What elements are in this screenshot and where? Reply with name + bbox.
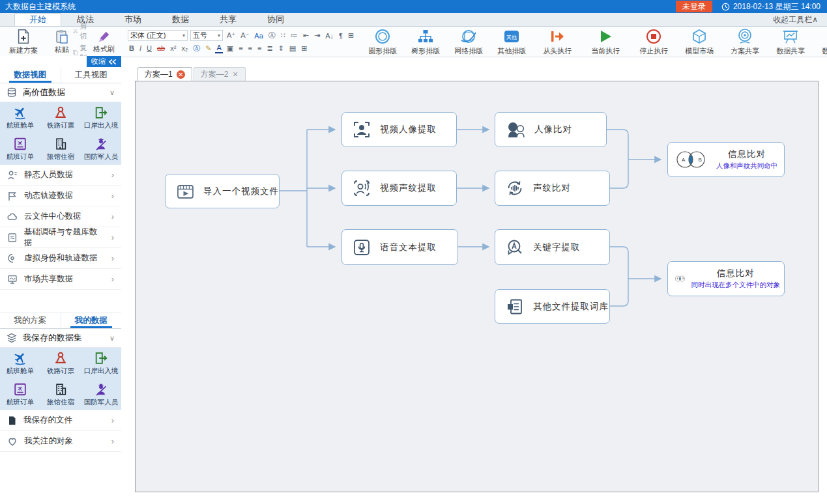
highlight-button[interactable]: ✎: [204, 43, 212, 53]
subscript-button[interactable]: x₂: [180, 43, 189, 53]
dataset-border-entry-exit[interactable]: 口岸出入境: [81, 102, 121, 133]
my-followed-objects[interactable]: 我关注的对象 ›: [0, 431, 121, 452]
char-shading-button[interactable]: ▣: [225, 43, 235, 53]
outdent-button[interactable]: ⇤: [302, 31, 310, 41]
dataset-military-personnel[interactable]: 国防军人员: [81, 379, 121, 410]
node-info-compare-1[interactable]: A B 信息比对 人像和声纹共同命中: [667, 142, 785, 177]
node-voiceprint-compare[interactable]: 声纹比对: [495, 171, 610, 206]
indent-button[interactable]: ⇥: [313, 31, 321, 41]
tab-start[interactable]: 开始: [14, 13, 61, 26]
grow-font-button[interactable]: A⁺: [225, 31, 237, 41]
cube-outline-icon: [691, 28, 708, 45]
justify-button[interactable]: ≣: [265, 43, 274, 53]
close-tab-icon[interactable]: ✕: [232, 70, 238, 79]
font-color-button[interactable]: A: [215, 43, 222, 53]
dataset-flight-order[interactable]: 航班订单: [0, 133, 40, 165]
doc-tab-plan-2[interactable]: 方案—2 ✕: [194, 67, 246, 81]
tab-tool-view[interactable]: 工具视图: [61, 68, 122, 83]
align-right-button[interactable]: ≡: [256, 43, 263, 53]
clear-format-button[interactable]: Ⓐ: [267, 31, 277, 41]
cut-button[interactable]: 剪切: [73, 21, 89, 41]
category-research-library[interactable]: 基础调研与专题库数据 ›: [0, 227, 121, 248]
node-video-voiceprint-extract[interactable]: 视频声纹提取: [341, 171, 457, 206]
font-size-select[interactable]: 五号 ▾: [190, 30, 223, 41]
collapse-toolbar-button[interactable]: 收起工具栏∧: [773, 13, 818, 26]
sort-button[interactable]: A↓: [324, 31, 335, 41]
dataset-flight-order[interactable]: 航班订单: [0, 379, 40, 410]
category-market-shared-data[interactable]: 市场共享数据 ›: [0, 269, 121, 290]
new-plan-button[interactable]: 新建方案: [5, 28, 42, 56]
run-current-button[interactable]: 当前执行: [587, 27, 624, 57]
category-dynamic-trajectory[interactable]: 动态轨迹数据 ›: [0, 186, 121, 206]
node-info-compare-2[interactable]: A B 信息比对 同时出现在多个文件中的对象: [667, 261, 785, 296]
dataset-flight-manifest[interactable]: 航班舱单: [0, 102, 40, 133]
number-list-button[interactable]: ≔: [289, 31, 299, 41]
dataset-hotel-stay[interactable]: 旅馆住宿: [40, 133, 81, 165]
section-high-value-data[interactable]: 高价值数据 ∨: [0, 83, 121, 102]
tab-collaborate[interactable]: 协同: [252, 13, 299, 26]
dataset-military-personnel[interactable]: 国防军人员: [81, 133, 121, 165]
node-other-files-lexicon[interactable]: 其他文件提取词库: [495, 289, 610, 324]
underline-button[interactable]: U: [145, 43, 153, 53]
pilcrow-button[interactable]: ¶: [338, 31, 344, 41]
border-pass-icon: [94, 105, 108, 120]
paste-button[interactable]: 粘贴: [51, 29, 73, 55]
tab-share[interactable]: 共享: [205, 13, 252, 26]
shrink-font-button[interactable]: A⁻: [239, 31, 250, 41]
plan-share-button[interactable]: 方案共享: [727, 27, 763, 57]
format-painter-button[interactable]: 格式刷: [89, 29, 119, 55]
category-virtual-identity[interactable]: 虚拟身份和轨迹数据 ›: [0, 248, 121, 269]
dataset-railway-ticket[interactable]: 铁路订票: [40, 102, 81, 133]
tab-data-view[interactable]: 数据视图: [0, 68, 61, 83]
data-share-button[interactable]: 数据共享: [772, 27, 809, 57]
dataset-flight-manifest[interactable]: 航班舱单: [0, 348, 40, 379]
dataset-railway-ticket[interactable]: 铁路订票: [40, 348, 81, 379]
align-center-button[interactable]: ≡: [247, 43, 254, 53]
align-left-button[interactable]: ≡: [237, 43, 244, 53]
dataset-border-entry-exit[interactable]: 口岸出入境: [81, 348, 121, 379]
sidebar-collapse-button[interactable]: 收缩: [87, 56, 121, 67]
enclose-char-button[interactable]: Ⓐ: [192, 43, 201, 53]
font-name-select[interactable]: 宋体 (正文) ▾: [128, 30, 188, 41]
table-grid-button[interactable]: ⊞: [347, 31, 355, 41]
run-from-start-button[interactable]: 从头执行: [539, 27, 575, 57]
brush-icon: [98, 30, 111, 43]
other-layout-button[interactable]: 其他 其他排版: [493, 27, 530, 57]
circle-layout-button[interactable]: 圆形排版: [364, 27, 401, 57]
node-video-portrait-extract[interactable]: 视频人像提取: [341, 112, 457, 147]
section-saved-datasets[interactable]: 我保存的数据集 ∨: [0, 329, 121, 348]
flowchart-canvas[interactable]: 导入一个视频文件 视频人像提取 视频声纹提取 语音文本提取: [135, 81, 819, 492]
tab-data[interactable]: 数据: [157, 13, 204, 26]
login-status-badge[interactable]: 未登录: [676, 1, 712, 12]
category-cloud-file-center[interactable]: 云文件中心数据 ›: [0, 206, 121, 227]
close-tab-icon[interactable]: ✕: [177, 70, 185, 79]
bullet-list-button[interactable]: ∷: [280, 31, 287, 41]
microphone-icon: [351, 237, 372, 258]
tab-my-plans[interactable]: 我的方案: [0, 313, 61, 328]
model-market-button[interactable]: 模型市场: [681, 27, 718, 57]
category-static-personnel[interactable]: 静态人员数据 ›: [0, 165, 121, 186]
data-retention-button[interactable]: 数据留存: [818, 27, 827, 57]
line-spacing-button[interactable]: ⇕: [277, 43, 285, 53]
title-bar: 大数据自主建模系统 未登录 2018-02-13 星期三 14:00: [0, 0, 827, 13]
italic-button[interactable]: I: [138, 43, 143, 53]
my-saved-files[interactable]: 我保存的文件 ›: [0, 410, 121, 431]
tab-market[interactable]: 市场: [109, 13, 156, 26]
superscript-button[interactable]: x²: [169, 43, 177, 53]
node-import-video[interactable]: 导入一个视频文件: [165, 174, 280, 208]
shading-fill-button[interactable]: ▤: [288, 43, 297, 53]
strikethrough-button[interactable]: ab: [156, 43, 166, 53]
network-layout-button[interactable]: 网络排版: [450, 27, 487, 57]
borders-button[interactable]: ⊞: [300, 43, 308, 53]
tab-my-data[interactable]: 我的数据: [61, 313, 122, 328]
node-portrait-compare[interactable]: 人像比对: [495, 112, 607, 147]
doc-tab-plan-1[interactable]: 方案—1 ✕: [138, 67, 192, 81]
bold-button[interactable]: B: [128, 43, 136, 53]
node-speech-text-extract[interactable]: 语音文本提取: [341, 229, 458, 265]
tree-layout-button[interactable]: 树形排版: [407, 27, 444, 57]
node-keyword-extract[interactable]: 关键字提取: [495, 229, 610, 265]
dataset-hotel-stay[interactable]: 旅馆住宿: [40, 379, 81, 410]
change-case-button[interactable]: Aa: [253, 31, 264, 41]
file-icon: [7, 415, 17, 426]
stop-run-button[interactable]: 停止执行: [635, 27, 672, 57]
